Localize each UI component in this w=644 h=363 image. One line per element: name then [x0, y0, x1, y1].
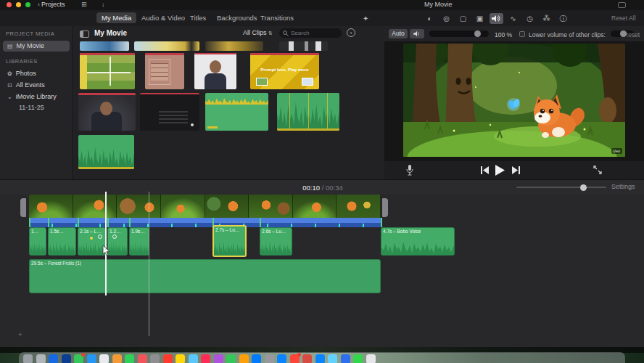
tab-audio-video[interactable]: Audio & Video — [136, 12, 190, 23]
playhead[interactable] — [105, 192, 107, 295]
fade-handle[interactable] — [112, 234, 117, 239]
audio-clip[interactable]: 1.5s… — [48, 227, 76, 256]
all-clips-filter[interactable]: All Clips ⇅ — [243, 29, 273, 36]
dock-app-icon[interactable] — [277, 354, 286, 363]
dock-app-icon[interactable] — [353, 354, 363, 363]
record-voiceover-mic-icon[interactable] — [406, 165, 413, 176]
color-correction-icon[interactable]: ◎ — [439, 13, 453, 24]
zoom-window-button[interactable] — [25, 2, 30, 7]
color-balance-icon[interactable]: ◐ — [423, 13, 437, 24]
media-thumbnail[interactable] — [279, 41, 328, 51]
dock-app-icon[interactable] — [150, 354, 160, 363]
sidebar-item-imovie-library[interactable]: ⌄iMovie Library — [3, 91, 70, 102]
previous-frame-icon[interactable] — [481, 166, 489, 174]
media-thumbnail-audio[interactable] — [205, 93, 268, 131]
dock-app-icon[interactable] — [290, 354, 300, 363]
audio-clip[interactable]: 2.6s – Lu… — [260, 227, 292, 256]
fullscreen-icon[interactable] — [593, 166, 602, 174]
trim-handle-right[interactable] — [382, 198, 388, 217]
media-thumbnail[interactable] — [205, 41, 263, 51]
dock-app-icon[interactable] — [315, 354, 325, 363]
enhance-wand-icon[interactable]: ✦ — [363, 15, 368, 23]
next-frame-icon[interactable] — [512, 166, 520, 174]
dock-app-icon[interactable] — [125, 354, 134, 363]
video-clip-audio-strip[interactable] — [29, 218, 381, 227]
media-thumbnail-yellow-slide[interactable]: Prompt less, Play more — [250, 53, 319, 89]
dock-app-icon[interactable] — [138, 354, 147, 363]
media-thumbnail-fox-collage[interactable] — [80, 53, 135, 89]
media-thumbnail-slide[interactable] — [145, 53, 184, 89]
dock-app-icon[interactable] — [328, 354, 337, 363]
audio-clip[interactable]: 4.7s – Bobo Voice — [381, 227, 455, 256]
audio-clip[interactable]: 1.2… — [107, 227, 128, 256]
lower-volume-checkbox[interactable] — [519, 31, 525, 37]
speed-icon[interactable]: ◷ — [523, 13, 537, 24]
dock-app-icon[interactable] — [49, 354, 58, 363]
crop-icon[interactable]: ▢ — [456, 13, 470, 24]
dock-app-icon[interactable] — [163, 354, 173, 363]
audio-clip[interactable]: 1… — [29, 227, 46, 256]
audio-clip[interactable]: 1.9s… — [129, 227, 149, 256]
timeline-settings-button[interactable]: Settings — [611, 183, 635, 190]
timeline-zoom-slider[interactable] — [516, 187, 606, 188]
tab-my-media[interactable]: My Media — [96, 12, 136, 23]
sidebar-item-all-events[interactable]: ⊡All Events — [3, 80, 70, 91]
dock-app-icon[interactable] — [74, 354, 83, 363]
media-thumbnail-presenter-dark[interactable] — [78, 93, 136, 131]
volume-slider[interactable] — [429, 30, 489, 37]
clip-filter-icon[interactable]: ⁂ — [540, 13, 553, 24]
dock-app-icon[interactable] — [87, 354, 96, 363]
fade-handle[interactable] — [98, 234, 102, 239]
dock-app-icon[interactable] — [23, 354, 33, 363]
import-media-icon[interactable]: ⊞ — [81, 1, 87, 8]
volume-reset-button[interactable]: Reset — [624, 31, 640, 38]
dock-app-icon[interactable] — [62, 354, 71, 363]
close-window-button[interactable] — [7, 2, 12, 7]
sidebar-toggle-icon[interactable] — [80, 30, 89, 38]
audio-clip-selected[interactable]: 2.7s – Lu… — [212, 225, 247, 257]
mute-speaker-icon[interactable] — [410, 29, 424, 38]
trim-handle-left[interactable] — [20, 198, 26, 217]
sidebar-item-my-movie[interactable]: ▤My Movie — [3, 41, 70, 52]
noise-reduction-icon[interactable]: ∿ — [506, 13, 520, 24]
minimize-window-button[interactable] — [16, 2, 21, 7]
media-thumbnail[interactable] — [80, 41, 129, 51]
dock-app-icon[interactable] — [252, 354, 261, 363]
dock-app-icon[interactable] — [214, 354, 223, 363]
background-music-clip[interactable]: 29.5s – Forest Frolic (1) — [29, 259, 381, 293]
dock-app-icon[interactable] — [226, 354, 236, 363]
dock-app-icon[interactable] — [99, 354, 109, 363]
dock-app-icon[interactable] — [176, 354, 185, 363]
volume-slider-knob[interactable] — [474, 30, 481, 37]
sidebar-item-library-date[interactable]: 11-11-25 — [19, 104, 44, 111]
reset-all-button[interactable]: Reset All — [611, 15, 636, 22]
dock-app-icon[interactable] — [265, 354, 274, 363]
dock-app-icon[interactable] — [36, 354, 46, 363]
timeline-zoom-knob[interactable] — [580, 184, 587, 191]
play-icon[interactable] — [495, 165, 505, 176]
media-thumbnail-audio[interactable] — [78, 135, 134, 169]
tab-transitions[interactable]: Transitions — [255, 12, 299, 23]
dock-app-icon[interactable] — [189, 354, 198, 363]
dock-app-icon[interactable] — [366, 354, 376, 363]
volume-tool-icon[interactable] — [490, 13, 503, 24]
dock-app-icon[interactable] — [341, 354, 350, 363]
video-preview[interactable]: Veo — [403, 44, 625, 157]
media-thumbnail-terminal[interactable] — [140, 93, 199, 131]
stabilization-icon[interactable]: ▣ — [473, 13, 487, 24]
dock-app-icon[interactable] — [302, 354, 312, 363]
video-clip-filmstrip[interactable] — [29, 195, 381, 218]
info-icon[interactable]: ⓘ — [556, 13, 570, 24]
media-thumbnail-audio[interactable] — [277, 93, 339, 131]
sidebar-item-photos[interactable]: ✿Photos — [3, 68, 70, 79]
media-thumbnail-presenter[interactable] — [194, 53, 236, 89]
projects-back-button[interactable]: ‹Projects — [38, 1, 65, 8]
browser-advance-icon[interactable]: › — [347, 28, 355, 37]
tab-titles[interactable]: Titles — [185, 12, 211, 23]
media-thumbnail[interactable] — [134, 41, 199, 51]
dock-app-icon[interactable] — [201, 354, 210, 363]
search-input[interactable] — [291, 28, 339, 38]
dock-app-icon[interactable] — [239, 354, 249, 363]
download-arrow-icon[interactable]: ↓ — [102, 1, 105, 8]
auto-volume-button[interactable]: Auto — [389, 29, 408, 38]
